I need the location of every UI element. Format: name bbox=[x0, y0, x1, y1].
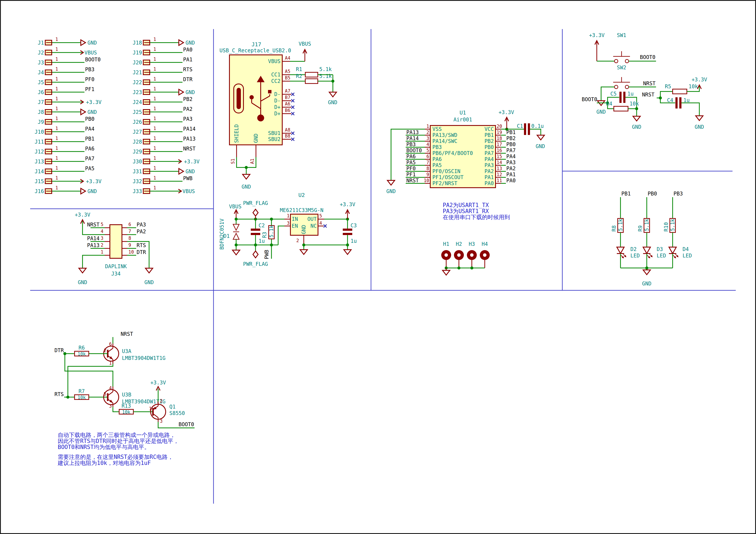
net-label: PA3 bbox=[506, 160, 516, 165]
gnd-label: GND bbox=[185, 168, 195, 175]
resistor-r5 bbox=[673, 89, 687, 94]
gnd-label: GND bbox=[185, 89, 195, 95]
u3a-value: LMBT3904DW1T1G bbox=[122, 355, 166, 361]
mcu-pin-num: 9 bbox=[426, 172, 429, 177]
u2-num-out: 5 bbox=[319, 213, 322, 218]
mcu-pin-num: 14 bbox=[497, 160, 502, 165]
connector-row-J25: J251PA2 bbox=[133, 106, 193, 115]
gnd-symbol bbox=[179, 168, 183, 174]
mcu-pin-name: PA7 bbox=[485, 150, 494, 156]
usb-pin-name: CC1 bbox=[271, 72, 281, 78]
mounting-hole-H2: H2 bbox=[454, 241, 464, 268]
mcu-pin-num: 12 bbox=[497, 172, 502, 177]
usb-pin-name: D+ bbox=[274, 104, 281, 110]
net-label: PA0 bbox=[183, 47, 192, 53]
mcu-pin-name: PA5 bbox=[432, 162, 442, 168]
r5-value: 10k bbox=[688, 84, 698, 89]
mcu-pin-name: PB0 bbox=[485, 144, 494, 150]
mcu-note-line: PA2为USART1_TX bbox=[443, 202, 489, 209]
usb-connector: J17 USB_C_Receptacle_USB2.0 VBUS A4 VBUS… bbox=[220, 41, 338, 190]
mounting-hole-H3: H3 bbox=[467, 241, 477, 268]
no-connect-icon bbox=[291, 138, 294, 141]
sw2-ref: SW2 bbox=[617, 64, 626, 71]
led-ref: D3 bbox=[657, 246, 663, 252]
u2-pin-en: EN bbox=[292, 223, 298, 229]
connector-row-J27: J271PA14 bbox=[133, 126, 196, 135]
gnd-symbol bbox=[696, 116, 703, 120]
q1-pin-b: 1 bbox=[149, 406, 152, 411]
connector-row-J11: J111PB1 bbox=[35, 136, 94, 145]
daplink-header: DAPLINK J34 5NRST43PA142PA1316PA37PA289R… bbox=[75, 212, 154, 285]
gnd-label: GND bbox=[536, 143, 545, 149]
r13-value: 10k bbox=[122, 410, 130, 415]
usb-pin-num: B8 bbox=[285, 134, 290, 139]
connector-row-J10: J101PA4 bbox=[35, 126, 94, 135]
no-connect-icon bbox=[291, 99, 294, 102]
gnd-symbol bbox=[243, 174, 250, 179]
gnd-label: GND bbox=[88, 109, 97, 115]
daplink-pin: 4 bbox=[101, 229, 110, 235]
connector-ref: J11 bbox=[35, 139, 44, 145]
connector-ref: J29 bbox=[133, 149, 142, 155]
connector-row-J6: J61PF1 bbox=[38, 86, 94, 95]
mcu-pin-name: PB2 bbox=[485, 138, 494, 144]
vbus-power-label: VBUS bbox=[229, 204, 241, 210]
q1-ref: Q1 bbox=[169, 404, 176, 410]
daplink-pin-num: 7 bbox=[128, 229, 131, 234]
connector-row-J33: J331VBUS bbox=[133, 185, 195, 194]
no-connect-icon bbox=[291, 112, 294, 115]
gnd-label: GND bbox=[596, 109, 606, 115]
u2-num-en: 3 bbox=[287, 221, 289, 226]
mcu-note-line: PA3为USART1_RX bbox=[443, 208, 489, 215]
mounting-hole-H1: H1 bbox=[441, 241, 451, 268]
mcu-pin-name: PA3 bbox=[485, 162, 494, 168]
gnd-symbol bbox=[179, 89, 183, 95]
nrst-net-label: NRST bbox=[121, 331, 133, 337]
connector-pin-number: 1 bbox=[55, 156, 58, 161]
led-branch-PB1: PB1R85.1kD2LED bbox=[611, 191, 640, 268]
connector-row-J28: J281PA13 bbox=[133, 136, 196, 145]
p33-power-label: +3.3V bbox=[150, 380, 166, 386]
connector-ref: J27 bbox=[133, 129, 142, 135]
connector-ref: J9 bbox=[38, 119, 44, 125]
net-label: PA5 bbox=[85, 165, 94, 171]
connector-row-J7: J71+3.3V bbox=[38, 96, 101, 105]
connector-pin-number: 1 bbox=[153, 66, 156, 72]
led-circuit: PB1R85.1kD2LEDPB0R95.1kD3LEDPB3R105.1kD4… bbox=[611, 191, 692, 268]
no-connect-icon bbox=[291, 132, 294, 135]
r4-value: 10k bbox=[630, 101, 639, 107]
gnd-symbol bbox=[81, 40, 86, 45]
led-resistor-ref: R9 bbox=[637, 225, 643, 232]
net-label: RTS bbox=[137, 242, 146, 248]
u2-ref: U2 bbox=[298, 192, 305, 198]
connector-ref: J33 bbox=[133, 188, 142, 194]
led-ref: D2 bbox=[631, 246, 637, 252]
mcu-pin-num: 19 bbox=[497, 130, 502, 135]
gnd-symbol bbox=[387, 180, 395, 185]
connector-row-J18: J181GND bbox=[133, 37, 195, 46]
connector-ref: J20 bbox=[133, 60, 142, 66]
c1-value: 0.1u bbox=[531, 123, 544, 129]
connector-row-J3: J31BOOT0 bbox=[38, 57, 101, 66]
net-label: BOOT0 bbox=[406, 147, 422, 153]
mcu-pin-num: 2 bbox=[426, 130, 429, 135]
connector-ref: J4 bbox=[38, 69, 44, 76]
connector-ref: J6 bbox=[38, 89, 44, 95]
connector-row-J31: J311GND bbox=[133, 165, 195, 175]
gnd-symbol bbox=[300, 250, 308, 254]
connector-row-J24: J241PB2 bbox=[133, 96, 193, 105]
usb-pin-num: A8 bbox=[285, 127, 290, 133]
led-value: LED bbox=[631, 253, 640, 259]
mcu-pin-name: PB3 bbox=[432, 144, 442, 150]
connector-pin-number: 1 bbox=[153, 165, 156, 171]
autoboot-circuit: NRST 6 2 1 U3A LMBT3904DW1T1G DTR R6 10k… bbox=[55, 331, 195, 466]
net-label: NRST bbox=[183, 146, 196, 152]
mcu-pin-num: 15 bbox=[497, 154, 502, 159]
gnd-label: GND bbox=[386, 188, 395, 194]
no-connect-icon bbox=[291, 93, 294, 96]
led-ref: D4 bbox=[683, 246, 689, 252]
hole-ref: H4 bbox=[482, 241, 488, 247]
daplink-pin-num: 1 bbox=[101, 249, 103, 255]
r6-ref: R6 bbox=[79, 345, 85, 351]
usb-gndpin-num: A1 bbox=[250, 159, 255, 164]
